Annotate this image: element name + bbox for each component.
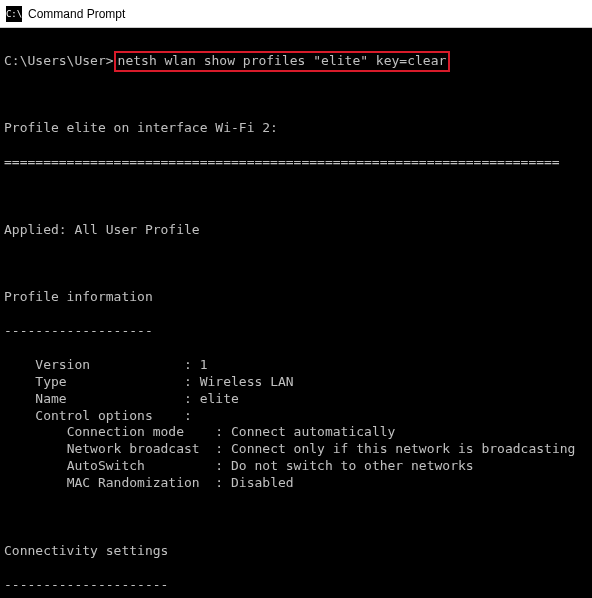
kv-value: Disabled [231, 475, 294, 492]
kv-value: Connect automatically [231, 424, 395, 441]
kv-row: Control options : [4, 408, 588, 425]
kv-label: Type [35, 374, 66, 391]
kv-row: Name : elite [4, 391, 588, 408]
window-title: Command Prompt [28, 7, 125, 21]
kv-label: Connection mode [67, 424, 184, 441]
profile-info-rows: Version : 1 Type : Wireless LAN Name : e… [4, 357, 588, 492]
title-bar: C:\ Command Prompt [0, 0, 592, 28]
kv-value: 1 [200, 357, 208, 374]
kv-row: Version : 1 [4, 357, 588, 374]
prompt: C:\Users\User> [4, 53, 114, 70]
section-dashes: ------------------- [4, 323, 588, 340]
kv-row: Connection mode : Connect automatically [4, 424, 588, 441]
kv-value: Connect only if this network is broadcas… [231, 441, 575, 458]
kv-value: Do not switch to other networks [231, 458, 474, 475]
kv-label: AutoSwitch [67, 458, 145, 475]
terminal-output[interactable]: C:\Users\User>netsh wlan show profiles "… [0, 28, 592, 598]
command-prompt-icon: C:\ [6, 6, 22, 22]
kv-label: MAC Randomization [67, 475, 200, 492]
kv-label: Network broadcast [67, 441, 200, 458]
kv-value: Wireless LAN [200, 374, 294, 391]
kv-row: Network broadcast : Connect only if this… [4, 441, 588, 458]
kv-label: Name [35, 391, 66, 408]
section-title-connectivity: Connectivity settings [4, 543, 588, 560]
kv-row: MAC Randomization : Disabled [4, 475, 588, 492]
command-highlight: netsh wlan show profiles "elite" key=cle… [114, 51, 451, 72]
kv-row: AutoSwitch : Do not switch to other netw… [4, 458, 588, 475]
command-text: netsh wlan show profiles "elite" key=cle… [118, 53, 447, 68]
kv-row: Type : Wireless LAN [4, 374, 588, 391]
separator: ========================================… [4, 154, 588, 171]
section-title-profile: Profile information [4, 289, 588, 306]
profile-header: Profile elite on interface Wi-Fi 2: [4, 120, 588, 137]
kv-value: elite [200, 391, 239, 408]
kv-label: Control options [35, 408, 152, 425]
applied-line: Applied: All User Profile [4, 222, 588, 239]
kv-label: Version [35, 357, 90, 374]
section-dashes: --------------------- [4, 577, 588, 594]
